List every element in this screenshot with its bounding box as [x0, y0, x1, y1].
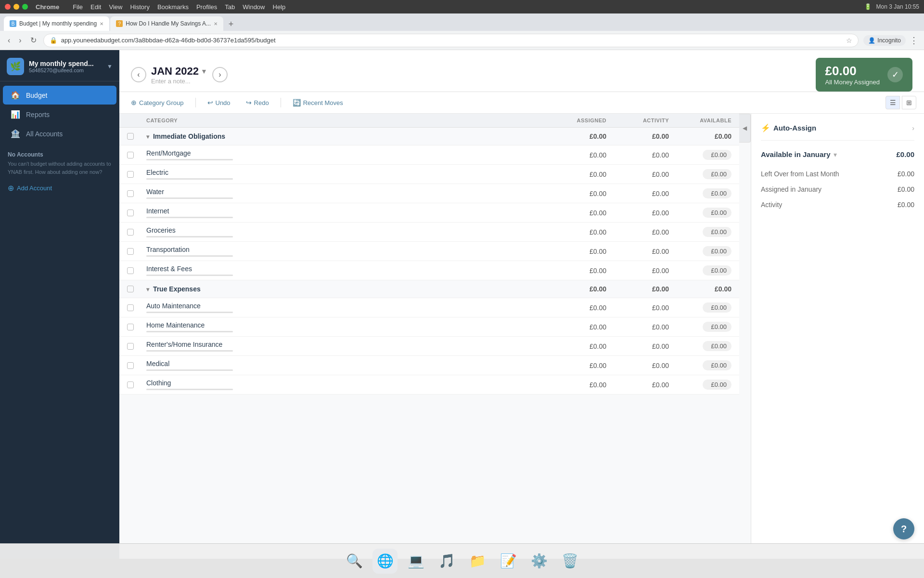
add-account-button[interactable]: ⊕ Add Account	[0, 180, 119, 197]
menu-view[interactable]: View	[109, 3, 122, 11]
sidebar-collapse-button[interactable]: ◀	[739, 114, 751, 143]
category-row-electric: Electric £0.00 £0.00 £0.00	[119, 165, 739, 184]
assigned-interest[interactable]: £0.00	[544, 267, 606, 275]
help-button[interactable]: ?	[893, 518, 914, 539]
tab-close-budget[interactable]: ✕	[100, 21, 103, 26]
checkbox-groceries[interactable]	[127, 229, 134, 236]
grid-view-button[interactable]: ⊞	[902, 96, 916, 109]
month-dropdown-icon[interactable]: ▼	[201, 67, 207, 75]
category-row-interest: Interest & Fees £0.00 £0.00 £0.00	[119, 261, 739, 280]
category-name-rent: Rent/Mortgage	[146, 149, 544, 157]
sidebar-account-chevron[interactable]: ▼	[107, 63, 113, 70]
checkbox-internet[interactable]	[127, 210, 134, 216]
sidebar-item-budget[interactable]: 🏠 Budget	[3, 86, 116, 105]
menu-history[interactable]: History	[130, 3, 149, 11]
dock-item-finder[interactable]: 🔍	[342, 549, 367, 574]
assigned-home-maintenance[interactable]: £0.00	[544, 323, 606, 331]
month-note[interactable]: Enter a note...	[151, 78, 207, 85]
tab-close-savings[interactable]: ✕	[214, 21, 218, 26]
checkbox-water[interactable]	[127, 190, 134, 197]
checkbox-medical[interactable]	[127, 362, 134, 369]
assigned-rent[interactable]: £0.00	[544, 151, 606, 159]
assigned-water[interactable]: £0.00	[544, 190, 606, 197]
month-nav: ‹ JAN 2022 ▼ Enter a note... ›	[131, 65, 228, 85]
group-chevron-immediate[interactable]: ▾	[146, 133, 149, 140]
checkbox-transportation[interactable]	[127, 248, 134, 255]
menu-edit[interactable]: Edit	[90, 3, 101, 11]
assigned-electric[interactable]: £0.00	[544, 171, 606, 178]
maximize-button[interactable]	[22, 4, 28, 10]
dock-item-notes[interactable]: 📝	[496, 549, 521, 574]
progress-auto	[146, 312, 233, 313]
checkbox-clothing[interactable]	[127, 381, 134, 388]
incognito-icon: 👤	[868, 37, 875, 44]
tab-favicon-savings: ?	[116, 20, 123, 27]
more-options-icon[interactable]: ⋮	[910, 35, 918, 46]
checkbox-home-maintenance[interactable]	[127, 324, 134, 330]
close-button[interactable]	[5, 4, 11, 10]
url-bar[interactable]: 🔒 app.youneedabudget.com/3a8bbdae-d62a-4…	[43, 34, 859, 47]
available-chevron[interactable]: ▾	[834, 151, 837, 158]
checkbox-immediate[interactable]	[127, 133, 134, 140]
dock: 🔍 🌐 💻 🎵 📁 📝 ⚙️ 🗑️	[0, 543, 924, 578]
menu-bookmarks[interactable]: Bookmarks	[157, 3, 189, 11]
prev-month-button[interactable]: ‹	[131, 67, 146, 82]
new-tab-button[interactable]: +	[224, 17, 238, 31]
sidebar-item-all-accounts[interactable]: 🏦 All Accounts	[3, 124, 116, 143]
group-chevron-true-expenses[interactable]: ▾	[146, 286, 149, 293]
checkbox-insurance[interactable]	[127, 343, 134, 350]
redo-button[interactable]: ↪ Redo	[242, 97, 273, 108]
group-name-immediate: ▾ Immediate Obligations	[146, 132, 544, 140]
group-available-immediate: £0.00	[669, 132, 732, 140]
add-category-group-button[interactable]: ⊕ Category Group	[127, 97, 188, 108]
assigned-internet[interactable]: £0.00	[544, 209, 606, 217]
back-button[interactable]: ‹	[6, 34, 12, 47]
checkbox-auto[interactable]	[127, 304, 134, 311]
group-checkbox-true-expenses[interactable]	[127, 286, 146, 292]
bookmark-icon[interactable]: ☆	[846, 37, 852, 44]
assigned-clothing[interactable]: £0.00	[544, 381, 606, 389]
auto-assign-label[interactable]: Auto-Assign	[773, 124, 816, 132]
add-account-label: Add Account	[17, 184, 52, 192]
dock-item-chrome[interactable]: 🌐	[372, 549, 398, 574]
assigned-transportation[interactable]: £0.00	[544, 248, 606, 255]
group-checkbox-immediate[interactable]	[127, 133, 146, 140]
next-month-button[interactable]: ›	[212, 67, 228, 82]
menu-window[interactable]: Window	[243, 3, 265, 11]
checkbox-interest[interactable]	[127, 267, 134, 274]
available-section: Available in January ▾ £0.00 Left Over f…	[761, 150, 914, 212]
auto-assign-chevron[interactable]: ›	[912, 124, 914, 132]
forward-button[interactable]: ›	[17, 34, 23, 47]
dock-item-trash[interactable]: 🗑️	[557, 549, 582, 574]
reload-button[interactable]: ↻	[28, 34, 38, 47]
undo-button[interactable]: ↩ Undo	[204, 97, 234, 108]
checkbox-electric[interactable]	[127, 171, 134, 178]
assigned-auto[interactable]: £0.00	[544, 304, 606, 312]
dock-item-files[interactable]: 📁	[465, 549, 490, 574]
recent-moves-button[interactable]: 🔄 Recent Moves	[289, 97, 347, 108]
tab-budget[interactable]: B Budget | My monthly spending ✕	[4, 16, 109, 31]
checkbox-true-expenses[interactable]	[127, 286, 134, 292]
minimize-button[interactable]	[13, 4, 19, 10]
money-assigned-box: £0.00 All Money Assigned ✓	[816, 58, 912, 92]
assigned-insurance[interactable]: £0.00	[544, 342, 606, 350]
group-assigned-immediate: £0.00	[544, 132, 606, 140]
menu-tab[interactable]: Tab	[225, 3, 235, 11]
incognito-button[interactable]: 👤 Incognito	[863, 35, 906, 46]
checkbox-rent[interactable]	[127, 152, 134, 158]
tab-savings[interactable]: ? How Do I Handle My Savings A... ✕	[110, 16, 223, 31]
dock-item-music[interactable]: 🎵	[434, 549, 459, 574]
dock-item-terminal[interactable]: 💻	[403, 549, 428, 574]
progress-interest	[146, 275, 233, 276]
menu-profiles[interactable]: Profiles	[196, 3, 217, 11]
menu-help[interactable]: Help	[273, 3, 286, 11]
sidebar-item-reports[interactable]: 📊 Reports	[3, 105, 116, 124]
browser-chrome: B Budget | My monthly spending ✕ ? How D…	[0, 13, 924, 50]
list-view-button[interactable]: ☰	[886, 96, 900, 109]
dock-item-app1[interactable]: ⚙️	[526, 549, 552, 574]
menu-file[interactable]: File	[73, 3, 83, 11]
toolbar-divider-2	[281, 98, 281, 107]
assigned-medical[interactable]: £0.00	[544, 362, 606, 369]
assigned-groceries[interactable]: £0.00	[544, 228, 606, 236]
category-name-electric: Electric	[146, 169, 544, 176]
